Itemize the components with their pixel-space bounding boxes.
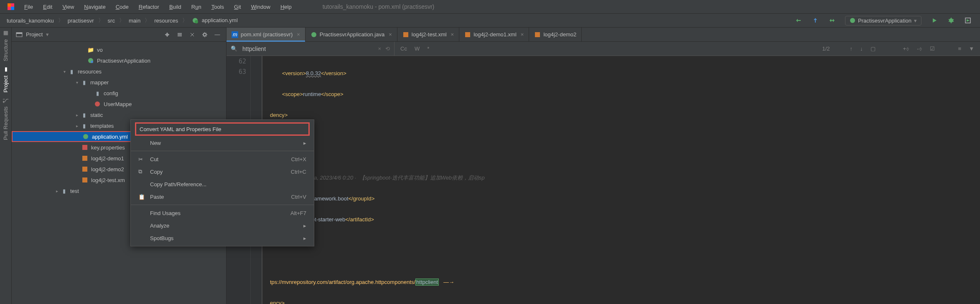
chevron-down-icon: ▾: [74, 80, 80, 85]
context-convert-yaml[interactable]: Convert YAML and Properties File: [135, 122, 310, 136]
tree-item-vo[interactable]: 📁vo: [12, 44, 226, 55]
svg-point-14: [91, 61, 93, 63]
context-analyze[interactable]: Analyze▸: [131, 219, 314, 232]
menu-code[interactable]: Code: [112, 2, 133, 12]
search-input[interactable]: [242, 46, 373, 52]
breadcrumb-src[interactable]: src: [106, 17, 117, 25]
collapse-all-icon[interactable]: [188, 30, 197, 39]
svg-point-16: [83, 134, 88, 139]
svg-point-7: [949, 18, 953, 23]
folder-icon: ▮: [94, 89, 101, 97]
menu-refactor[interactable]: Refactor: [135, 2, 163, 12]
run-with-coverage-icon[interactable]: [963, 16, 972, 25]
svg-point-12: [204, 33, 206, 36]
menu-separator: [131, 151, 314, 151]
svg-rect-20: [82, 177, 87, 182]
menu-help[interactable]: Help: [276, 2, 296, 12]
menu-tools[interactable]: Tools: [207, 2, 228, 12]
chevron-right-icon: ▸: [74, 113, 80, 117]
search-match-highlight: httpclient: [415, 279, 439, 286]
chevron-right-icon: ▸: [303, 140, 306, 146]
folder-icon: 📁: [87, 46, 94, 53]
close-icon[interactable]: ×: [521, 31, 524, 38]
tab-log4j2-demo1[interactable]: log4j2-demo1.xml ×: [459, 28, 529, 41]
close-icon[interactable]: ×: [389, 31, 392, 38]
match-case-toggle[interactable]: Cc: [400, 46, 407, 52]
filter-icon[interactable]: ▼: [969, 46, 974, 52]
structure-icon: ▦: [3, 31, 9, 37]
breadcrumb-module[interactable]: practisesvr: [66, 17, 96, 25]
prev-match-icon[interactable]: ↑: [850, 46, 853, 52]
chevron-down-icon[interactable]: ▾: [46, 31, 49, 38]
context-spotbugs[interactable]: SpotBugs▸: [131, 232, 314, 244]
clear-search-icon[interactable]: ×: [378, 46, 381, 52]
menu-run[interactable]: Run: [187, 2, 206, 12]
structure-tool-button[interactable]: Structure▦: [3, 31, 9, 61]
breadcrumb-main[interactable]: main: [127, 17, 142, 25]
context-find-usages[interactable]: Find UsagesAlt+F7: [131, 207, 314, 219]
chevron-right-icon: ▸: [74, 124, 80, 128]
build-icon[interactable]: [794, 16, 803, 25]
context-new[interactable]: New▸: [131, 137, 314, 149]
context-copy[interactable]: ⧉CopyCtrl+C: [131, 165, 314, 178]
tab-log4j2-test[interactable]: log4j2-test.xml ×: [397, 28, 459, 41]
tab-log4j2-demo2[interactable]: log4j2-demo2: [529, 28, 582, 41]
breadcrumb-root[interactable]: tutorails_kanomoku: [5, 17, 56, 25]
tab-practisesvr-app[interactable]: PractisesvrApplication.java ×: [305, 28, 397, 41]
debug-button[interactable]: [947, 16, 956, 25]
code-content[interactable]: <version>8.0.32</version> <scope>runtime…: [262, 56, 980, 304]
chevron-right-icon: ▸: [303, 223, 306, 229]
chevron-right-icon: 〉: [119, 17, 125, 24]
pull-request-icon: ⎇: [3, 98, 9, 104]
context-copy-path[interactable]: Copy Path/Reference...: [131, 178, 314, 190]
close-icon[interactable]: ×: [297, 31, 300, 38]
select-all-occurrences-icon[interactable]: ☑: [930, 46, 935, 52]
tree-item-app[interactable]: PractisesvrApplication: [12, 55, 226, 66]
editor-tabs: m pom.xml (practisesvr) × PractisesvrApp…: [227, 28, 980, 42]
close-icon[interactable]: ×: [451, 31, 454, 38]
menu-window[interactable]: Window: [247, 2, 275, 12]
add-selection-icon[interactable]: +⎀: [903, 46, 910, 52]
menu-build[interactable]: Build: [165, 2, 186, 12]
tab-pom-xml[interactable]: m pom.xml (practisesvr) ×: [227, 28, 305, 41]
tree-item-resources[interactable]: ▾▮resources: [12, 66, 226, 77]
words-toggle[interactable]: W: [415, 46, 420, 52]
tree-item-usermapper[interactable]: UserMappe: [12, 99, 226, 109]
breadcrumb-file[interactable]: application.yml: [190, 16, 239, 25]
menu-file[interactable]: FFileile: [20, 2, 37, 12]
code-editor[interactable]: 62 63 <version>8.0.32</version> <scope>r…: [227, 56, 980, 304]
next-match-icon[interactable]: ↓: [860, 46, 863, 52]
resources-folder-icon: ▮: [68, 68, 75, 75]
context-cut[interactable]: ✂CutCtrl+X: [131, 153, 314, 165]
breadcrumb-resources[interactable]: resources: [153, 17, 180, 25]
pull-requests-tool-button[interactable]: Pull Requests⎇: [3, 98, 9, 140]
spring-class-icon: [311, 31, 317, 38]
chevron-down-icon: ▾: [914, 18, 917, 24]
menu-view[interactable]: View: [58, 2, 78, 12]
toggle-filter-icon[interactable]: ≡: [958, 46, 962, 52]
menu-edit[interactable]: Edit: [39, 2, 56, 12]
menu-git[interactable]: Git: [230, 2, 245, 12]
tree-item-config[interactable]: ▮config: [12, 88, 226, 99]
run-button[interactable]: [930, 16, 939, 25]
expand-all-icon[interactable]: [175, 30, 184, 39]
spring-class-icon: [87, 57, 94, 64]
regex-toggle[interactable]: *: [427, 46, 429, 52]
gear-icon[interactable]: [200, 30, 209, 39]
xml-file-icon: [534, 31, 541, 38]
run-configuration-selector[interactable]: PractisesvrApplication ▾: [845, 16, 921, 25]
select-opened-file-icon[interactable]: [163, 30, 172, 39]
xml-file-icon: [81, 155, 89, 162]
remove-selection-icon[interactable]: -⎀: [917, 46, 922, 52]
menu-navigate[interactable]: Navigate: [80, 2, 109, 12]
vcs-commit-icon[interactable]: [827, 16, 837, 25]
project-tool-button[interactable]: Project▮: [3, 67, 9, 92]
tree-item-static[interactable]: ▸▮static: [12, 109, 226, 120]
svg-rect-10: [16, 33, 22, 34]
tree-item-mapper[interactable]: ▾▮mapper: [12, 77, 226, 88]
context-paste[interactable]: 📋PasteCtrl+V: [131, 190, 314, 203]
vcs-update-icon[interactable]: [811, 16, 820, 25]
select-all-icon[interactable]: ▢: [871, 46, 876, 52]
hide-icon[interactable]: —: [213, 30, 222, 39]
search-history-icon[interactable]: ⟲: [385, 46, 390, 52]
